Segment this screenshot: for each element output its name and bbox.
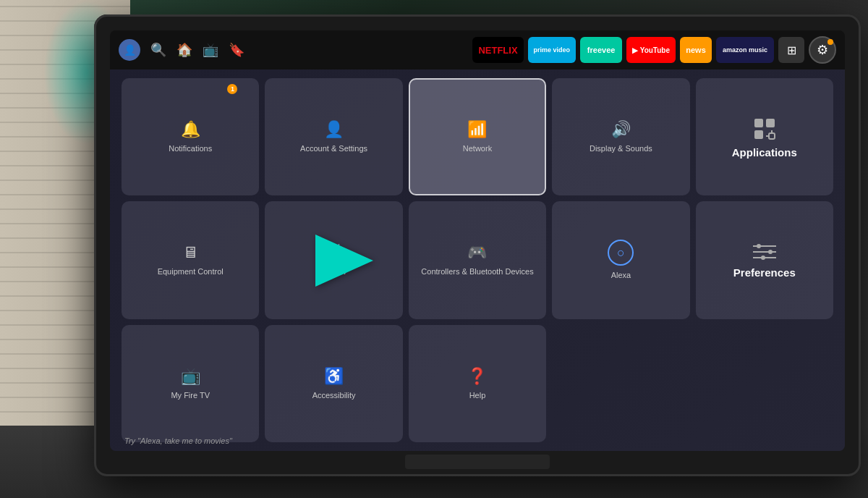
preferences-label: Preferences — [728, 266, 801, 279]
prime-label: prime video — [534, 46, 571, 54]
equipment-label: Equipment Control — [155, 266, 226, 277]
account-settings-cell[interactable]: 👤 Account & Settings — [265, 78, 402, 195]
tv-screen: 👤 🔍 🏠 📺 🔖 NETFLIX prime video freevee ▶ … — [110, 30, 845, 451]
notifications-label: Notifications — [166, 143, 215, 153]
app-icons-row: NETFLIX prime video freevee ▶ YouTube ne… — [258, 36, 836, 64]
applications-icon — [752, 116, 778, 142]
my-fire-tv-cell[interactable]: 📺 My Fire TV — [122, 325, 259, 442]
bookmark-icon[interactable]: 🔖 — [229, 42, 244, 58]
network-icon: 📶 — [467, 120, 487, 139]
home-icon[interactable]: 🏠 — [176, 42, 192, 58]
news-label: news — [686, 46, 706, 54]
network-label: Network — [460, 143, 495, 153]
settings-gear-icon: ⚙ — [817, 42, 828, 58]
display-sounds-label: Display & Sounds — [587, 143, 655, 153]
youtube-app-button[interactable]: ▶ YouTube — [626, 37, 676, 63]
display-sounds-icon: 🔊 — [611, 120, 631, 139]
network-cell[interactable]: 📶 Network — [409, 78, 546, 195]
notification-badge: 1 — [227, 84, 237, 94]
account-icon: 👤 — [324, 120, 344, 139]
grid-apps-button[interactable]: ⊞ — [778, 37, 804, 63]
help-icon: ❓ — [467, 367, 487, 386]
netflix-label: NETFLIX — [478, 45, 517, 56]
alexa-cell[interactable]: ○ Alexa — [552, 201, 689, 318]
svg-point-7 — [757, 244, 761, 248]
controllers-bluetooth-cell[interactable]: 🎮 Controllers & Bluetooth Devices — [409, 201, 546, 318]
grid-icon: ⊞ — [787, 43, 796, 57]
svg-rect-0 — [754, 119, 763, 127]
search-icon[interactable]: 🔍 — [150, 42, 166, 58]
top-navigation-bar: 👤 🔍 🏠 📺 🔖 NETFLIX prime video freevee ▶ … — [110, 30, 845, 69]
svg-rect-2 — [754, 130, 763, 139]
prime-video-app-button[interactable]: prime video — [528, 37, 576, 63]
my-fire-tv-label: My Fire TV — [168, 390, 213, 400]
news-app-button[interactable]: news — [680, 37, 712, 63]
display-sounds-cell[interactable]: 🔊 Display & Sounds — [552, 78, 689, 195]
accessibility-label: Accessibility — [310, 390, 359, 400]
alexa-label: Alexa — [608, 270, 634, 280]
controllers-label: Controllers & Bluetooth Devices — [418, 266, 536, 277]
live-tv-label: Live TV — [318, 266, 350, 277]
freevee-app-button[interactable]: freevee — [580, 37, 622, 63]
notifications-cell[interactable]: 🔔 Notifications 1 — [122, 78, 259, 195]
live-tv-icon: 📡 — [324, 243, 344, 262]
live-tv-cell[interactable]: 📡 Live TV — [265, 201, 402, 318]
tv-outer-frame: 👤 🔍 🏠 📺 🔖 NETFLIX prime video freevee ▶ … — [94, 14, 861, 476]
svg-rect-3 — [769, 133, 775, 139]
preferences-icon — [752, 242, 778, 262]
music-label: amazon music — [723, 46, 767, 54]
empty-cell-35 — [696, 325, 833, 442]
alexa-ring-icon: ○ — [608, 240, 634, 266]
youtube-label: ▶ YouTube — [632, 46, 670, 54]
svg-point-11 — [761, 256, 765, 260]
freevee-label: freevee — [587, 46, 616, 54]
settings-button[interactable]: ⚙ — [809, 36, 836, 64]
svg-point-9 — [768, 250, 773, 254]
controllers-icon: 🎮 — [467, 243, 487, 262]
amazon-music-app-button[interactable]: amazon music — [716, 37, 774, 63]
empty-cell-34 — [552, 325, 689, 442]
notifications-icon: 🔔 — [181, 120, 200, 139]
applications-cell[interactable]: Applications — [696, 78, 833, 195]
help-cell[interactable]: ❓ Help — [409, 325, 546, 442]
accessibility-cell[interactable]: ♿ Accessibility — [265, 325, 402, 442]
tv-stand — [405, 455, 550, 469]
settings-notification-dot — [827, 39, 833, 45]
nav-icons-group: 👤 🔍 🏠 📺 🔖 — [119, 39, 244, 61]
my-fire-tv-icon: 📺 — [181, 367, 200, 386]
applications-label: Applications — [726, 146, 803, 159]
settings-grid: 🔔 Notifications 1 👤 Account & Settings 📶… — [122, 78, 833, 442]
svg-rect-1 — [766, 119, 775, 127]
user-avatar[interactable]: 👤 — [119, 39, 140, 61]
main-content-area: 🔔 Notifications 1 👤 Account & Settings 📶… — [110, 69, 845, 451]
accessibility-icon: ♿ — [324, 367, 344, 386]
equipment-icon: 🖥 — [182, 243, 198, 262]
alexa-hint-text: Try "Alexa, take me to movies" — [124, 436, 232, 445]
preferences-cell[interactable]: Preferences — [696, 201, 833, 318]
account-label: Account & Settings — [297, 143, 370, 153]
tv-icon[interactable]: 📺 — [203, 42, 218, 58]
help-label: Help — [467, 390, 489, 400]
equipment-control-cell[interactable]: 🖥 Equipment Control — [122, 201, 259, 318]
netflix-app-button[interactable]: NETFLIX — [472, 37, 523, 63]
